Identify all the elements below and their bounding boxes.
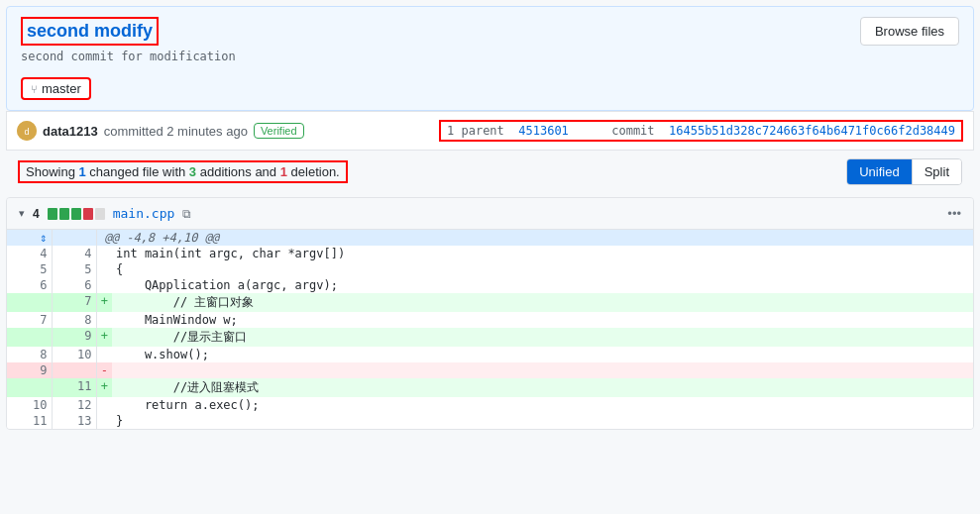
- author-name: data1213: [43, 124, 98, 139]
- line-type: [96, 347, 112, 362]
- hunk-header-text: @@ -4,8 +4,10 @@: [96, 230, 973, 246]
- line-num-old: 10: [7, 397, 52, 413]
- unified-button[interactable]: Unified: [847, 159, 912, 184]
- author-avatar: d: [17, 121, 37, 141]
- line-type: [96, 397, 112, 413]
- deletions-label: deletion.: [291, 164, 340, 179]
- line-num-new: 12: [52, 397, 96, 413]
- diff-bar-green3: [71, 208, 81, 220]
- branch-icon: ⑂: [31, 83, 38, 95]
- line-num-old: 6: [7, 277, 52, 293]
- table-row: 8 10 w.show();: [7, 347, 973, 362]
- line-num-new: 10: [52, 347, 96, 362]
- line-content: [112, 362, 973, 378]
- line-num-new: 8: [52, 312, 96, 328]
- commit-time: committed 2 minutes ago: [104, 124, 248, 139]
- hunk-line-num-old: ⇕: [7, 230, 52, 246]
- additions-label: additions: [200, 164, 252, 179]
- diff-file-header: ▾ 4 main.cpp ⧉ •••: [7, 198, 973, 230]
- diff-bar-gray: [95, 208, 105, 220]
- commit-label: commit: [611, 124, 654, 138]
- table-row: 7 8 MainWindow w;: [7, 312, 973, 328]
- diff-bar-green2: [59, 208, 69, 220]
- diff-count: 4: [33, 207, 40, 221]
- line-type: [96, 277, 112, 293]
- stats-text: Showing 1 changed file with 3 additions …: [18, 160, 348, 183]
- commit-description: second commit for modification: [21, 50, 236, 63]
- table-row: 4 4 int main(int argc, char *argv[]): [7, 246, 973, 261]
- commit-title: second modify: [21, 17, 159, 46]
- commit-hash-area: 1 parent 4513601 commit 16455b51d328c724…: [439, 120, 963, 142]
- branch-name: master: [42, 81, 81, 96]
- line-type: [96, 246, 112, 261]
- line-type: [96, 312, 112, 328]
- table-row: 6 6 QApplication a(argc, argv);: [7, 277, 973, 293]
- line-type: [96, 261, 112, 277]
- line-content: return a.exec();: [112, 397, 973, 413]
- diff-table: ⇕ @@ -4,8 +4,10 @@ 4 4 int main(int argc…: [7, 230, 973, 429]
- line-num-old: [7, 378, 52, 397]
- commit-author: d data1213 committed 2 minutes ago Verif…: [17, 121, 304, 141]
- line-num-old: [7, 293, 52, 312]
- verified-badge: Verified: [254, 123, 304, 139]
- table-row: 11 + //进入阻塞模式: [7, 378, 973, 397]
- diff-container: ▾ 4 main.cpp ⧉ ••• ⇕: [6, 197, 974, 430]
- diff-bar-red: [83, 208, 93, 220]
- line-num-new: 6: [52, 277, 96, 293]
- line-num-new: 7: [52, 293, 96, 312]
- table-row: 11 13 }: [7, 413, 973, 429]
- line-num-old: 11: [7, 413, 52, 429]
- table-row: 9 -: [7, 362, 973, 378]
- line-num-new: 4: [52, 246, 96, 261]
- line-type: +: [96, 378, 112, 397]
- changed-label: changed file: [89, 164, 159, 179]
- hunk-expand-row: ⇕ @@ -4,8 +4,10 @@: [7, 230, 973, 246]
- commit-hash-link[interactable]: 16455b51d328c724663f64b6471f0c66f2d38449: [669, 124, 955, 138]
- line-content: {: [112, 261, 973, 277]
- deletions-count: 1: [280, 164, 287, 179]
- and-text: and: [255, 164, 276, 179]
- filename[interactable]: main.cpp: [113, 206, 175, 221]
- browse-files-button[interactable]: Browse files: [860, 17, 959, 46]
- line-content: QApplication a(argc, argv);: [112, 277, 973, 293]
- table-row: 5 5 {: [7, 261, 973, 277]
- copy-icon[interactable]: ⧉: [182, 207, 191, 221]
- line-num-new: 13: [52, 413, 96, 429]
- svg-text:d: d: [24, 127, 29, 137]
- line-type: +: [96, 328, 112, 347]
- view-toggle: Unified Split: [846, 158, 962, 185]
- table-row: 9 + //显示主窗口: [7, 328, 973, 347]
- line-num-new: [52, 362, 96, 378]
- line-content: w.show();: [112, 347, 973, 362]
- more-options-icon[interactable]: •••: [947, 206, 961, 221]
- line-num-new: 9: [52, 328, 96, 347]
- showing-text: Showing: [26, 164, 75, 179]
- hunk-line-num-new: [52, 230, 96, 246]
- line-num-new: 11: [52, 378, 96, 397]
- line-num-old: [7, 328, 52, 347]
- split-button[interactable]: Split: [913, 159, 961, 184]
- line-content: int main(int argc, char *argv[]): [112, 246, 973, 261]
- line-content: //显示主窗口: [112, 328, 973, 347]
- line-content: MainWindow w;: [112, 312, 973, 328]
- parent-hash-link[interactable]: 4513601: [518, 124, 569, 138]
- line-num-old: 4: [7, 246, 52, 261]
- parent-label: 1 parent: [447, 124, 504, 138]
- line-content: }: [112, 413, 973, 429]
- diff-bars: [48, 208, 105, 220]
- expand-icon[interactable]: ▾: [19, 207, 25, 220]
- line-content: // 主窗口对象: [112, 293, 973, 312]
- with-text: with: [163, 164, 185, 179]
- line-num-old: 5: [7, 261, 52, 277]
- line-type: +: [96, 293, 112, 312]
- line-num-new: 5: [52, 261, 96, 277]
- line-content: //进入阻塞模式: [112, 378, 973, 397]
- table-row: 10 12 return a.exec();: [7, 397, 973, 413]
- diff-file-info: ▾ 4 main.cpp ⧉: [19, 206, 191, 221]
- line-type: -: [96, 362, 112, 378]
- line-type: [96, 413, 112, 429]
- line-num-old: 9: [7, 362, 52, 378]
- line-num-old: 7: [7, 312, 52, 328]
- changed-count: 1: [79, 164, 86, 179]
- additions-count: 3: [189, 164, 196, 179]
